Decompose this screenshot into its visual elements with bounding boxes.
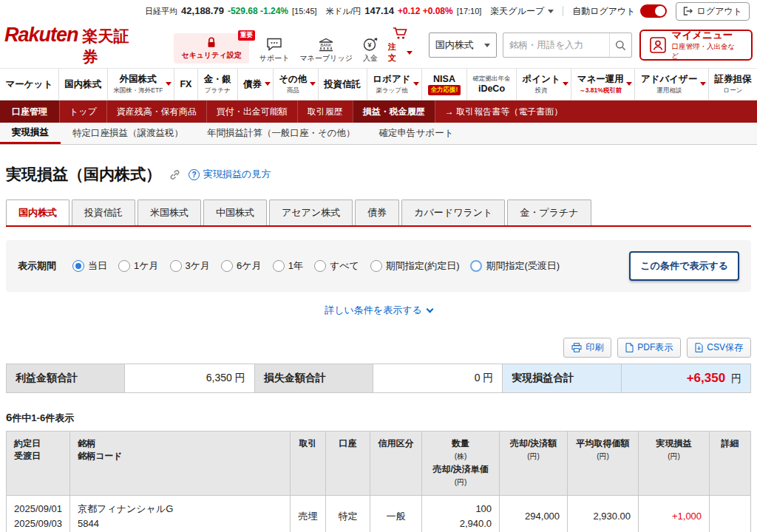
chevron-down-icon <box>265 82 271 86</box>
col-dates: 約定日 受渡日 <box>7 432 70 496</box>
nav-item-funds[interactable]: 投資信託 <box>319 69 367 100</box>
avg-price-cell: 2,930.00 <box>568 495 639 532</box>
nav-item-nisa[interactable]: NISA 全力応援! <box>422 69 467 100</box>
chevron-down-icon <box>413 82 419 86</box>
csv-file-icon <box>695 343 703 352</box>
search-button[interactable] <box>609 33 631 57</box>
csv-save-button[interactable]: CSV保存 <box>687 338 751 358</box>
rednav-item-trade-history[interactable]: 取引履歴 <box>297 100 353 123</box>
important-badge: 重要 <box>238 30 255 41</box>
account-type-cell: 特定 <box>326 495 370 532</box>
nav-item-fx[interactable]: FX <box>174 69 198 100</box>
question-icon: ? <box>189 169 200 180</box>
tab-domestic-stock[interactable]: 国内株式 <box>6 200 69 225</box>
subtab-realized-pl[interactable]: 実現損益 <box>0 123 61 144</box>
nav-item-other-products[interactable]: その他 商品 <box>274 69 319 100</box>
logout-icon <box>683 7 693 16</box>
nav-item-securities-loan[interactable]: 証券担保 ローン <box>709 69 757 100</box>
print-button[interactable]: 印刷 <box>563 338 611 358</box>
pl-subtabs: 実現損益 特定口座損益（譲渡益税） 年間損益計算（一般口座・その他） 確定申告サ… <box>0 123 757 145</box>
rednav-item-assets[interactable]: 資産残高・保有商品 <box>106 100 206 123</box>
nikkei-change: -529.68 -1.24% <box>228 6 288 16</box>
tab-investment-trust[interactable]: 投資信託 <box>72 200 135 225</box>
nav-item-roboad[interactable]: ロボアド 楽ラップ他 <box>367 69 422 100</box>
col-qty-price: 数量 (株) 売却/決済単価 (円) <box>422 432 500 496</box>
nav-item-domestic-stock[interactable]: 国内株式 <box>59 69 108 100</box>
col-detail: 詳細 <box>710 432 751 496</box>
bank-icon: BANK <box>316 38 336 52</box>
pl-guide-link[interactable]: ? 実現損益の見方 <box>189 168 271 181</box>
support-button[interactable]: サポート <box>259 38 290 64</box>
category-select[interactable]: 国内株式 <box>429 33 497 58</box>
rednav-item-reports[interactable]: → 取引報告書等（電子書面） <box>435 100 572 123</box>
radio-1year[interactable]: 1年 <box>273 259 303 273</box>
security-settings-button[interactable]: 重要 セキュリティ設定 <box>174 33 248 64</box>
radio-range-settle-date[interactable]: 期間指定(受渡日) <box>470 259 560 273</box>
radio-today[interactable]: 当日 <box>72 259 107 273</box>
col-amount: 売却/決済額 (円) <box>500 432 568 496</box>
logo-shoken-text: 楽天証券 <box>83 26 145 67</box>
top-info-bar: 日経平均 42,188.79 -529.68 -1.24% [15:45] 米ド… <box>0 0 757 22</box>
tab-covered-warrant[interactable]: カバードワラント <box>401 200 505 225</box>
main-content: 実現損益（国内株式） ? 実現損益の見方 国内株式 投資信託 米国株式 中国株式… <box>0 164 757 532</box>
svg-text:BANK: BANK <box>321 43 332 47</box>
radio-range-trade-date[interactable]: 期間指定(約定日) <box>370 259 460 273</box>
subtab-tax-return-support[interactable]: 確定申告サポート <box>367 123 466 144</box>
svg-text:¥: ¥ <box>367 41 371 49</box>
nav-item-foreign-stock[interactable]: 外国株式 米国株・海外ETF <box>108 69 174 100</box>
radio-3month[interactable]: 3ケ月 <box>170 259 211 273</box>
order-button[interactable]: 注文 <box>388 27 413 64</box>
auto-logout-toggle[interactable] <box>640 4 667 18</box>
main-navigation: マーケット 国内株式 外国株式 米国株・海外ETF FX 金・銀 プラチナ 債券… <box>0 68 757 100</box>
result-count: 6件中1-6件表示 <box>6 411 751 425</box>
chevron-down-icon <box>548 10 554 13</box>
table-row: 2025/09/01 2025/09/03 京都フィナンシャルG 5844 売埋… <box>7 495 751 532</box>
chevron-down-icon <box>484 44 490 47</box>
deposit-button[interactable]: ¥ 入金 <box>363 38 378 64</box>
nav-item-advisor[interactable]: アドバイザー 運用相談 <box>635 69 709 100</box>
rednav-section-account: 口座管理 <box>0 100 59 123</box>
profit-total-label: 利益金額合計 <box>7 364 125 393</box>
col-avg-price: 平均取得価額 (円) <box>568 432 639 496</box>
tab-asean-stock[interactable]: アセアン株式 <box>269 200 353 225</box>
realized-pl-table: 約定日 受渡日 銘柄 銘柄コード 取引 口座 信用区分 数量 (株) 売却/決済… <box>6 431 751 532</box>
asset-category-tabs: 国内株式 投資信託 米国株式 中国株式 アセアン株式 債券 カバードワラント 金… <box>6 200 751 227</box>
amount-cell: 294,000 <box>500 495 568 532</box>
nav-item-ideco[interactable]: 確定拠出年金 iDeCo <box>467 69 517 100</box>
nav-item-point-invest[interactable]: ポイント 投資 <box>517 69 571 100</box>
link-icon[interactable] <box>169 168 181 181</box>
subtab-annual-pl-calc[interactable]: 年間損益計算（一般口座・その他） <box>195 123 367 144</box>
rednav-item-pl-tax-history[interactable]: 損益・税金履歴 <box>353 100 435 123</box>
nav-item-gold-platinum[interactable]: 金・銀 プラチナ <box>198 69 238 100</box>
tab-china-stock[interactable]: 中国株式 <box>203 200 267 225</box>
my-menu-button[interactable]: マイメニュー 口座管理・入出金など <box>639 30 753 61</box>
tab-bonds[interactable]: 債券 <box>355 200 399 225</box>
subtab-specific-account-pl[interactable]: 特定口座損益（譲渡益税） <box>61 123 195 144</box>
radio-1month[interactable]: 1ケ月 <box>118 259 159 273</box>
rednav-item-top[interactable]: トップ <box>59 100 106 123</box>
nav-item-market[interactable]: マーケット <box>0 69 59 100</box>
account-navigation: 口座管理 トップ 資産残高・保有商品 買付・出金可能額 取引履歴 損益・税金履歴… <box>0 100 757 123</box>
apply-filter-button[interactable]: この条件で表示する <box>629 251 739 281</box>
show-detailed-conditions-link[interactable]: 詳しい条件を表示する <box>6 304 751 317</box>
tab-us-stock[interactable]: 米国株式 <box>138 200 201 225</box>
rednav-item-withdrawable[interactable]: 買付・出金可能額 <box>206 100 297 123</box>
radio-circle <box>72 260 84 272</box>
usdjpy-quote: 米ドル/円 147.14 +0.12 +0.08% [17:10] <box>326 5 482 17</box>
rakuten-securities-logo[interactable]: Rakuten 楽天証券 <box>4 24 144 67</box>
pdf-view-button[interactable]: PDF表示 <box>617 338 681 358</box>
chevron-down-icon <box>166 82 172 86</box>
money-bridge-button[interactable]: BANK マネーブリッジ <box>300 38 353 64</box>
search-input[interactable] <box>503 40 609 50</box>
nav-item-money-management[interactable]: マネー運用 ～3.81%税引前 <box>571 69 635 100</box>
logout-button[interactable]: ログアウト <box>676 2 750 21</box>
radio-6month[interactable]: 6ケ月 <box>221 259 262 273</box>
rakuten-group-dropdown[interactable]: 楽天グループ <box>490 5 554 18</box>
usdjpy-change: +0.12 +0.08% <box>398 6 453 16</box>
nav-item-bonds[interactable]: 債券 <box>238 69 274 100</box>
chat-bubble-icon <box>266 38 282 52</box>
chevron-down-icon <box>310 82 316 86</box>
tab-gold-platinum[interactable]: 金・プラチナ <box>507 200 591 225</box>
radio-circle <box>118 260 130 272</box>
radio-all[interactable]: すべて <box>314 259 359 273</box>
